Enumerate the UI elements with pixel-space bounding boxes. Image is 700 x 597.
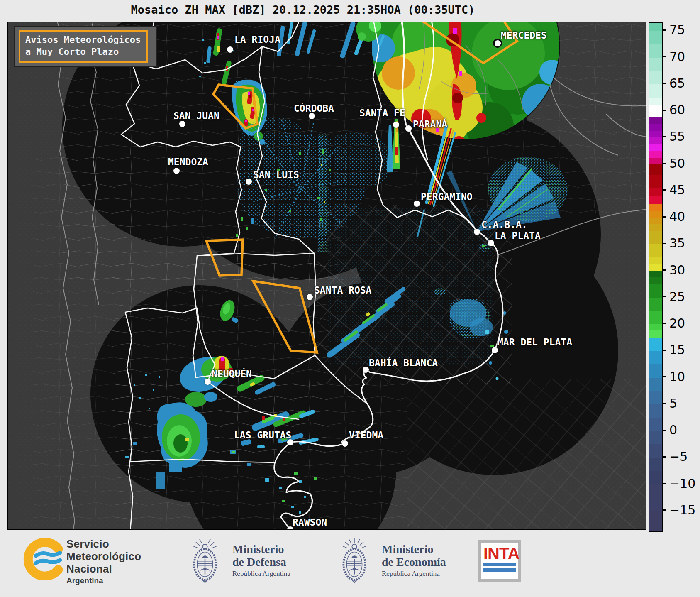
inta-logo: INTA: [478, 540, 521, 582]
city-label: MERCEDES: [501, 30, 547, 41]
colorbar-band: [649, 117, 662, 124]
colorbar-tick-label: 20: [669, 316, 685, 331]
colorbar-tick-label: 5: [669, 396, 677, 411]
warnings-legend-line1: Avisos Meteorológicos: [25, 34, 141, 46]
colorbar-tick-mark: [662, 243, 666, 244]
colorbar-tick-label: 30: [669, 262, 685, 278]
colorbar-band: [649, 324, 662, 331]
colorbar-tick-label: 0: [669, 422, 677, 438]
colorbar-tick-mark: [662, 483, 666, 484]
city-label: BAHÍA BLANCA: [369, 357, 438, 368]
colorbar-band: [649, 378, 662, 391]
city-label: MENDOZA: [168, 157, 208, 167]
colorbar-band: [649, 444, 662, 458]
colorbar-band: [649, 257, 662, 264]
colorbar-band: [649, 84, 662, 98]
warnings-legend-line2: a Muy Corto Plazo: [25, 46, 141, 58]
city-dot: [363, 367, 369, 373]
economia-line3: República Argentina: [382, 570, 446, 578]
city-label: CÓRDOBA: [294, 103, 334, 114]
colorbar-tick-label: 40: [669, 209, 685, 225]
colorbar-band: [649, 124, 662, 131]
colorbar-band: [649, 338, 662, 351]
colorbar-tick-mark: [662, 350, 666, 351]
colorbar-band: [649, 404, 662, 418]
colorbar-band: [649, 311, 662, 325]
city-label: NEUQUÉN: [212, 368, 252, 379]
smn-line4: Argentina: [66, 576, 141, 585]
colorbar-tick-mark: [662, 323, 666, 324]
city-dot: [342, 440, 348, 447]
page-title: Mosaico ZH MAX [dBZ] 20.12.2025 21:35HOA…: [0, 3, 606, 16]
smn-logo-text: Servicio Meteorológico Nacional Argentin…: [66, 538, 141, 585]
city-marker-layer: LA RIOJAMERCEDESSAN JUANCÓRDOBASANTA FEP…: [8, 22, 646, 529]
city-label: SANTA FE: [359, 108, 405, 118]
inta-bar-top: [483, 563, 516, 566]
warnings-legend-box[interactable]: Avisos Meteorológicos a Muy Corto Plazo: [14, 26, 157, 67]
city-label: SANTA ROSA: [314, 285, 371, 296]
colorbar-tick-label: 55: [669, 129, 685, 144]
smn-logo-icon: [23, 538, 64, 580]
colorbar-tick-mark: [662, 163, 666, 164]
colorbar-tick-mark: [662, 189, 666, 191]
city-label: C.A.B.A.: [481, 219, 527, 230]
colorbar-tick-mark: [662, 136, 666, 137]
city-label: PARANÁ: [413, 119, 447, 130]
colorbar-band: [649, 277, 662, 284]
city-dot: [227, 46, 233, 53]
city-label: SAN LUIS: [253, 169, 299, 180]
colorbar-tick-label: 15: [669, 342, 685, 358]
defensa-line1: Ministerio: [232, 543, 290, 555]
inta-logo-text: INTA: [483, 546, 516, 561]
colorbar-band: [649, 144, 662, 151]
city-label: PERGAMINO: [421, 191, 473, 202]
defensa-line3: República Argentina: [232, 570, 290, 578]
colorbar-band: [649, 231, 662, 245]
colorbar-tick-mark: [662, 216, 666, 218]
colorbar-band: [649, 511, 662, 531]
economia-logo-text: Ministerio de Economía República Argenti…: [382, 543, 446, 578]
colorbar-tick-mark: [662, 376, 666, 377]
colorbar-tick-mark: [662, 83, 666, 84]
inta-bar-bottom: [483, 568, 516, 572]
colorbar-band: [649, 244, 662, 258]
colorbar-band: [649, 218, 662, 224]
dbz-colorbar-ticks: 757065605550454035302520151050−5−10−15: [662, 22, 699, 530]
colorbar-tick-label: 45: [669, 182, 685, 198]
city-label: MAR DEL PLATA: [498, 337, 572, 347]
colorbar-tick-mark: [662, 456, 666, 458]
colorbar-tick-label: −5: [669, 449, 688, 465]
colorbar-band: [649, 471, 662, 484]
city-dot: [179, 121, 185, 127]
city-dot: [307, 294, 313, 300]
defensa-line2: de Defensa: [232, 555, 290, 568]
city-dot: [414, 201, 420, 207]
colorbar-band: [649, 175, 662, 188]
colorbar-tick-mark: [662, 403, 666, 404]
colorbar-band: [649, 391, 662, 405]
defensa-logo-text: Ministerio de Defensa República Argentin…: [232, 543, 290, 578]
colorbar-tick-label: −15: [669, 502, 695, 518]
city-label: LA RIOJA: [234, 34, 280, 45]
city-dot: [474, 229, 480, 235]
city-dot: [405, 125, 412, 132]
colorbar-tick-label: 10: [669, 369, 685, 385]
footer-logos: Servicio Meteorológico Nacional Argentin…: [0, 530, 700, 597]
city-dot: [495, 40, 501, 46]
city-dot: [173, 168, 180, 174]
colorbar-band: [649, 137, 662, 144]
colorbar-tick-label: 75: [669, 22, 685, 38]
city-dot: [393, 122, 399, 128]
colorbar-tick-label: 25: [669, 289, 685, 305]
colorbar-band: [649, 330, 662, 338]
colorbar-tick-mark: [662, 509, 666, 511]
radar-map[interactable]: Avisos Meteorológicos a Muy Corto Plazo …: [7, 22, 646, 530]
colorbar-band: [649, 431, 662, 445]
colorbar-band: [649, 196, 662, 205]
colorbar-tick-label: 65: [669, 76, 685, 91]
colorbar-band: [649, 58, 662, 71]
colorbar-band: [649, 418, 662, 431]
defensa-coat-of-arms-icon: [188, 536, 222, 585]
colorbar-band: [649, 364, 662, 378]
colorbar-band: [649, 98, 662, 105]
